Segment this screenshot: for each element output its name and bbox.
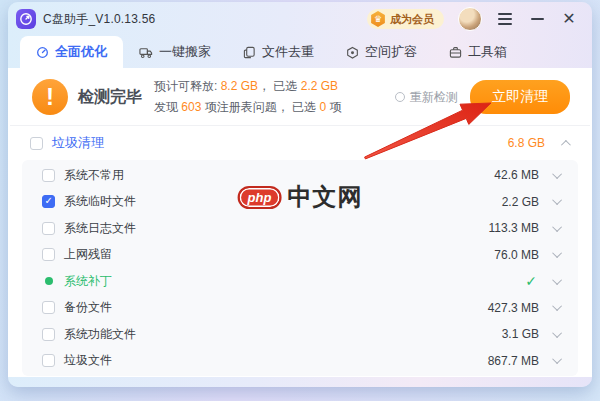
close-button[interactable]: ✕ (560, 10, 578, 28)
group-size: 6.8 GB (508, 136, 545, 150)
desktop-background: C盘助手_V1.0.13.56 ♛ 成为会员 ✕ (0, 0, 600, 401)
expand-chevron-icon[interactable] (552, 301, 562, 311)
releasable-size: 8.2 GB (221, 79, 258, 93)
list-item-system-unused[interactable]: 系统不常用 42.6 MB (22, 162, 578, 189)
status-dot-icon (45, 277, 53, 285)
user-avatar[interactable] (458, 7, 482, 31)
row-checkbox[interactable] (42, 248, 55, 261)
tabbar: 全面优化 一键搬家 文件去重 (8, 36, 592, 68)
row-checkbox[interactable] (42, 222, 55, 235)
tab-label: 全面优化 (55, 43, 107, 61)
tab-one-click-move[interactable]: 一键搬家 (123, 36, 227, 68)
expand-chevron-icon[interactable] (552, 169, 562, 179)
close-icon: ✕ (562, 11, 575, 27)
selected-size: 2.2 GB (301, 79, 338, 93)
row-checkbox[interactable] (42, 328, 55, 341)
duplicate-files-icon (243, 46, 256, 59)
crown-icon: ♛ (370, 11, 386, 27)
minimize-icon (531, 18, 544, 20)
tab-label: 一键搬家 (159, 43, 211, 61)
become-member-button[interactable]: ♛ 成为会员 (367, 9, 444, 29)
main-panel: ! 检测完毕 预计可释放: 8.2 GB， 已选 2.2 GB 发现 603 项… (8, 68, 592, 377)
alert-exclamation-icon: ! (32, 79, 68, 115)
member-badge-label: 成为会员 (390, 12, 434, 27)
expand-chevron-icon[interactable] (552, 248, 562, 258)
tab-label: 文件去重 (262, 43, 314, 61)
done-check-icon: ✓ (525, 274, 537, 288)
registry-line: 发现 603 项注册表问题， 已选 0 项 (154, 99, 341, 116)
minimize-button[interactable] (528, 10, 546, 28)
scan-summary: ! 检测完毕 预计可释放: 8.2 GB， 已选 2.2 GB 发现 603 项… (10, 68, 590, 126)
tab-full-optimize[interactable]: 全面优化 (20, 36, 123, 68)
list-item-backup-files[interactable]: 备份文件 427.3 MB (22, 295, 578, 322)
truck-icon (139, 46, 153, 59)
scan-details: 预计可释放: 8.2 GB， 已选 2.2 GB 发现 603 项注册表问题， … (154, 78, 341, 116)
menu-button[interactable] (496, 10, 514, 28)
expand-chevron-icon[interactable] (552, 195, 562, 205)
expand-node-icon (346, 46, 359, 59)
recheck-icon (395, 92, 405, 102)
expand-chevron-icon[interactable] (552, 222, 562, 232)
row-checkbox[interactable] (42, 301, 55, 314)
titlebar: C盘助手_V1.0.13.56 ♛ 成为会员 ✕ (8, 2, 592, 36)
list-item-system-patch[interactable]: 系统补丁 ✓ (22, 268, 578, 295)
clean-now-button[interactable]: 立即清理 (470, 80, 570, 114)
group-checkbox[interactable] (30, 137, 43, 150)
tab-space-expand[interactable]: 空间扩容 (330, 36, 433, 68)
tab-label: 空间扩容 (365, 43, 417, 61)
row-checkbox-checked[interactable] (42, 195, 55, 208)
tab-toolbox[interactable]: 工具箱 (433, 36, 523, 68)
scan-status-title: 检测完毕 (78, 87, 142, 108)
group-label: 垃圾清理 (52, 134, 104, 152)
junk-clean-group-header[interactable]: 垃圾清理 6.8 GB (8, 126, 592, 160)
app-title: C盘助手_V1.0.13.56 (43, 11, 155, 28)
releasable-line: 预计可释放: 8.2 GB， 已选 2.2 GB (154, 78, 341, 95)
hamburger-icon (498, 13, 512, 25)
expand-chevron-icon[interactable] (552, 354, 562, 364)
list-item-system-feature-files[interactable]: 系统功能文件 3.1 GB (22, 321, 578, 348)
list-item-system-temp[interactable]: 系统临时文件 2.2 GB (22, 189, 578, 216)
gauge-icon (36, 46, 49, 59)
tab-file-dedup[interactable]: 文件去重 (227, 36, 330, 68)
tab-label: 工具箱 (468, 43, 507, 61)
list-item-junk-files[interactable]: 垃圾文件 867.7 MB (22, 348, 578, 375)
registry-issue-count: 603 (181, 100, 201, 114)
list-item-web-residue[interactable]: 上网残留 76.0 MB (22, 242, 578, 269)
row-checkbox[interactable] (42, 169, 55, 182)
expand-chevron-icon[interactable] (552, 328, 562, 338)
list-item-system-logs[interactable]: 系统日志文件 113.3 MB (22, 215, 578, 242)
recheck-label: 重新检测 (410, 89, 458, 106)
recheck-button[interactable]: 重新检测 (395, 89, 458, 106)
collapse-chevron-icon[interactable] (561, 139, 571, 149)
row-checkbox[interactable] (42, 354, 55, 367)
expand-chevron-icon[interactable] (552, 275, 562, 285)
app-window: C盘助手_V1.0.13.56 ♛ 成为会员 ✕ (8, 2, 592, 387)
app-logo-icon (16, 9, 36, 29)
toolbox-icon (449, 46, 462, 59)
cleanup-list: 系统不常用 42.6 MB 系统临时文件 2.2 GB 系统日志文件 113.3… (22, 160, 578, 376)
